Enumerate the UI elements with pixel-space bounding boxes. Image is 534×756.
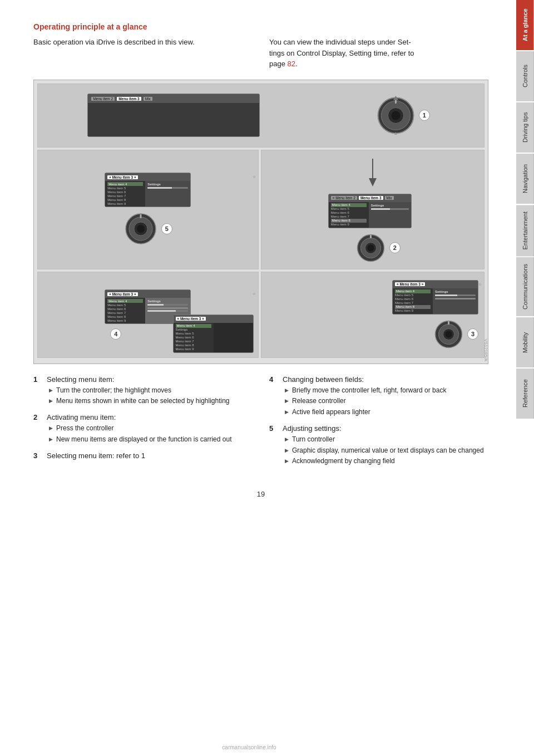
knob-svg-5	[123, 212, 158, 246]
screen-5: « Menu item 3 » ⊕ Menu item 4 Menu item …	[105, 173, 191, 207]
screen5-item-6: Menu item 9	[107, 202, 143, 205]
screen2-item-1: Menu item 4	[331, 203, 367, 207]
diagram-cell-2: « Menu item 2 Menu item 3 Mix Menu item …	[261, 150, 485, 269]
screen-4b: « Menu item 3 » Menu item 4 Settings Men…	[173, 315, 254, 353]
step-num-2: 2	[389, 242, 400, 253]
screen4-item-6: Menu item 9	[107, 318, 143, 322]
sub-list-1: ▶ Turn the controller; the highlight mov…	[47, 386, 253, 406]
screen4b-item-2: Settings	[176, 328, 211, 332]
inst-content-4: Changing between fields: ▶ Briefly move …	[283, 375, 488, 419]
screen4-item-5: Menu item 8	[107, 315, 143, 318]
knob-svg-2	[355, 233, 386, 263]
tri-arrow-4-2: ▶	[285, 397, 289, 405]
sidebar-tab-mobility[interactable]: Mobility	[516, 317, 534, 367]
intro-left: Basic operation via iDrive is described …	[33, 37, 253, 70]
screen3-item-5: Menu item 8	[395, 305, 431, 309]
screen5-item-3: Menu item 6	[107, 190, 143, 194]
tri-arrow-5-1: ▶	[285, 436, 289, 443]
screen4-item-3: Menu item 6	[107, 307, 143, 311]
screen-2: « Menu item 2 Menu item 3 Mix Menu item …	[328, 194, 412, 228]
intro-right-text3: page	[269, 60, 288, 68]
instruction-4: 4 Changing between fields: ▶ Briefly mov…	[269, 375, 488, 419]
sub-item-2-1: ▶ Press the controller	[49, 424, 253, 433]
sidebar-tab-driving-tips[interactable]: Driving tips	[516, 102, 534, 153]
tri-arrow-2-2: ▶	[49, 436, 53, 443]
svg-point-10	[137, 225, 145, 233]
inst-title-2: Activating menu item:	[47, 413, 253, 421]
screen3-settings-title: Settings	[435, 290, 476, 293]
tri-arrow-4-1: ▶	[285, 387, 289, 394]
instructions-left: 1 Selecting menu item: ▶ Turn the contro…	[33, 375, 253, 474]
screen4-tag-1: « Menu item 3 »	[107, 292, 137, 296]
screen2-settings-title: Settings	[371, 204, 409, 207]
tri-arrow-4-3: ▶	[285, 409, 289, 416]
svg-rect-11	[140, 214, 141, 218]
intro-right: You can view the individual steps under …	[269, 37, 488, 70]
svg-text:▲: ▲	[393, 131, 398, 136]
instruction-3: 3 Selecting menu item: refer to 1	[33, 451, 253, 462]
sidebar-tab-navigation[interactable]: Navigation	[516, 154, 534, 204]
sidebar: At a glance Controls Driving tips Naviga…	[516, 0, 534, 756]
sub-list-4: ▶ Briefly move the controller left, righ…	[283, 386, 488, 417]
screen4b-item-3: Menu item 5	[176, 332, 211, 336]
step-num-1: 1	[419, 110, 430, 121]
top-bar-tag-2: Menu item 3	[117, 97, 141, 101]
inst-num-5: 5	[269, 424, 278, 433]
inst-content-1: Selecting menu item: ▶ Turn the controll…	[47, 375, 253, 408]
screen4b-item-4: Menu item 6	[176, 336, 211, 340]
diagram-box: Menu item 2 Menu item 3 Mix	[33, 80, 488, 364]
screen3-item-6: Menu item 9	[395, 309, 431, 313]
diagram-version: VS12185/A	[483, 338, 488, 361]
knob-svg-3	[433, 319, 464, 350]
page-ref-link[interactable]: 82	[288, 60, 295, 68]
screen4-settings-title: Settings	[147, 300, 188, 303]
inst-title-5: Adjusting settings:	[283, 424, 488, 433]
inst-title-3: Selecting menu item: refer to 1	[47, 451, 253, 460]
sub-item-1-1: ▶ Turn the controller; the highlight mov…	[49, 386, 253, 395]
diagram-cell-3: « Menu item 3 » ⊕ Menu item 4 Menu item …	[261, 272, 485, 358]
screen5-item-2: Menu item 5	[107, 186, 143, 190]
inst-title-1: Selecting menu item:	[47, 375, 253, 384]
screen2-item-3: Menu item 6	[331, 211, 367, 215]
instructions-row: 1 Selecting menu item: ▶ Turn the contro…	[33, 375, 488, 474]
top-bar-tag-1: Menu item 2	[91, 97, 115, 101]
intro-right-end: .	[295, 60, 298, 68]
instruction-5: 5 Adjusting settings: ▶ Turn controller …	[269, 424, 488, 468]
diagram-top-row: Menu item 2 Menu item 3 Mix	[37, 84, 484, 148]
diagram-cell-4: « Menu item 3 » ⊕ Menu item 4 Menu item …	[37, 272, 259, 358]
sidebar-tab-at-a-glance[interactable]: At a glance	[516, 0, 534, 50]
screen3-item-3: Menu item 6	[395, 297, 431, 301]
intro-right-text1: You can view the individual steps under …	[269, 38, 411, 46]
screen4-item-1: Menu item 4	[107, 299, 143, 303]
sub-item-5-3: ▶ Acknowledgment by changing field	[285, 456, 488, 466]
top-bar-tag-3: Mix	[144, 97, 152, 101]
sidebar-tab-communications[interactable]: Communications	[516, 257, 534, 316]
sub-item-1-2: ▶ Menu items shown in white can be selec…	[49, 396, 253, 406]
sidebar-tab-entertainment[interactable]: Entertainment	[516, 205, 534, 256]
tri-arrow-1-1: ▶	[49, 387, 53, 394]
inst-num-2: 2	[33, 413, 42, 421]
intro-left-text: Basic operation via iDrive is described …	[33, 38, 195, 46]
screen4-item-4: Menu item 7	[107, 311, 143, 315]
screen2-tag-2: Menu item 3	[359, 196, 383, 200]
svg-rect-22	[448, 321, 449, 325]
sidebar-tab-reference[interactable]: Reference	[516, 369, 534, 419]
screen4-item-2: Menu item 5	[107, 303, 143, 307]
tri-arrow-2-1: ▶	[49, 425, 53, 432]
tri-arrow-5-2: ▶	[285, 447, 289, 454]
inst-num-3: 3	[33, 451, 42, 460]
diagram-cell-5: « Menu item 3 » ⊕ Menu item 4 Menu item …	[37, 150, 259, 269]
sidebar-tab-controls[interactable]: Controls	[516, 51, 534, 101]
inst-content-2: Activating menu item: ▶ Press the contro…	[47, 413, 253, 446]
svg-point-16	[367, 244, 374, 251]
page-number: 19	[33, 490, 488, 498]
svg-point-21	[446, 331, 452, 337]
screen4b-item-5: Menu item 7	[176, 340, 211, 343]
knob-svg-1: ▲	[375, 95, 417, 136]
screen4b-tag-1: « Menu item 3 »	[176, 317, 206, 321]
screen2-item-6: Menu item 9	[331, 223, 367, 227]
top-screen-wide: Menu item 2 Menu item 3 Mix	[87, 94, 260, 137]
screen3-tag-1: « Menu item 3 »	[395, 282, 425, 286]
intro-right-text2: tings on Control Display, Setting time, …	[269, 49, 414, 57]
svg-marker-12	[369, 178, 377, 186]
